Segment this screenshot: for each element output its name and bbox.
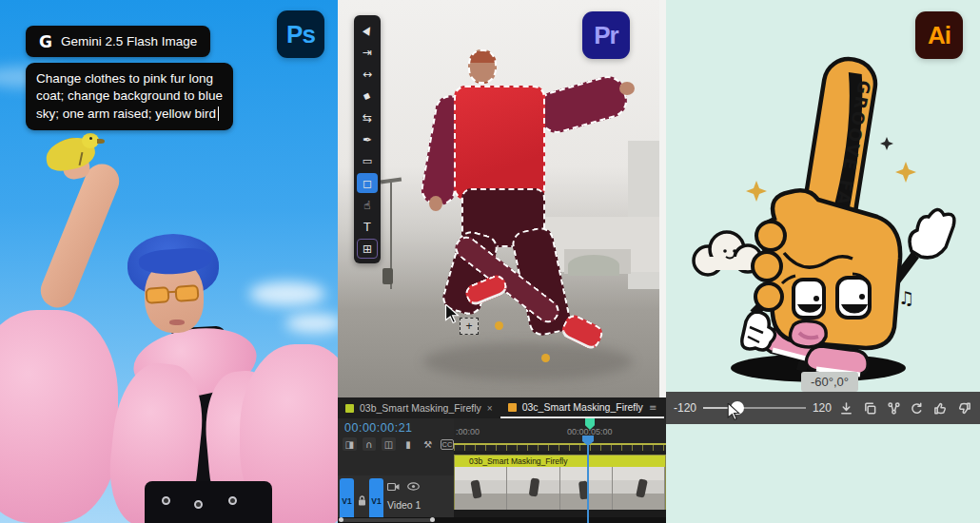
mouse-cursor-icon (444, 304, 460, 323)
close-tab-icon[interactable]: × (487, 403, 493, 414)
trees (568, 255, 619, 276)
razor-tool-icon: ◆ (362, 89, 372, 102)
ripple-edit-icon: ↔ (363, 68, 372, 81)
rectangle-tool-icon: ▭ (363, 155, 372, 167)
sunglasses-left-lens (145, 286, 169, 304)
ruler-ticks (454, 443, 666, 451)
linked-selection-icon[interactable]: ◫ (382, 437, 396, 451)
video-track-header: V1 V1 (338, 475, 454, 523)
mouse-cursor-icon (727, 403, 740, 420)
sequence-tab-03c[interactable]: 03c_Smart Masking_Firefly ≡ (500, 397, 665, 418)
cloud (285, 314, 338, 333)
sync-lock-icon[interactable] (387, 482, 400, 492)
playhead-timecode[interactable]: 00:00:00:21 (338, 418, 454, 436)
download-button[interactable] (838, 398, 855, 417)
rotation-slider-track[interactable] (703, 401, 806, 415)
timeline-header-column: 00:00:00:21 ◨ ∩ ◫ ▮ ⚒ CC V1 V1 (338, 418, 454, 517)
track-v1-source-button[interactable]: V1 (340, 478, 354, 523)
captions-badge[interactable]: CC (441, 439, 454, 450)
thumbs-up-icon (933, 401, 948, 416)
pen-tool-icon: ✒ (363, 133, 372, 146)
track-lock[interactable] (356, 478, 367, 523)
panel-menu-icon[interactable]: ≡ (649, 402, 657, 413)
premiere-timeline: 03b_Smart Masking_Firefly × 03c_Smart Ma… (338, 397, 666, 523)
scrollbar-handle[interactable] (340, 518, 433, 522)
variations-icon (887, 401, 901, 416)
rotation-tooltip: -60°,0° (801, 372, 858, 392)
composite-screenshot: G Gemini 2.5 Flash Image Change clothes … (0, 0, 980, 523)
object-selection-tool[interactable]: ◻ (357, 173, 378, 193)
bird-beak (97, 139, 105, 144)
bird-eye (89, 137, 92, 140)
undo-icon (910, 401, 924, 416)
razor-tool[interactable]: ◆ (357, 86, 378, 106)
skater-left-hand (429, 196, 442, 211)
snap-magnet-icon[interactable]: ∩ (363, 437, 377, 451)
prompt-input[interactable]: Change clothes to pink fur long coat; ch… (26, 63, 233, 130)
timeline-ruler[interactable]: :00:00 00:00:05:00 (454, 418, 666, 451)
reset-button[interactable] (909, 398, 926, 417)
selection-tool[interactable]: ▶ (357, 20, 378, 40)
gemini-model-badge: G Gemini 2.5 Flash Image (26, 26, 210, 57)
add-marker-icon[interactable]: ▮ (402, 437, 416, 451)
track-select-forward-tool[interactable]: ⇥ (357, 42, 378, 62)
thumbs-down-button[interactable] (955, 398, 972, 417)
clip-frame (613, 467, 665, 510)
sequence-color-swatch (508, 403, 517, 412)
trash-bin (382, 268, 393, 284)
object-selection-cursor-badge: + (460, 318, 479, 335)
illustrator-logo: Ai (915, 11, 963, 59)
skater-jacket-right-arm (534, 72, 631, 137)
rectangle-tool[interactable]: ▭ (357, 151, 378, 171)
thumbs-up-button[interactable] (932, 398, 950, 417)
track-meta: Video 1 (385, 478, 452, 523)
timeline-horizontal-scrollbar[interactable] (338, 517, 666, 523)
ripple-edit-tool[interactable]: ↔ (357, 64, 378, 84)
google-g-icon: G (39, 32, 52, 51)
premiere-toolbar: ▶ ⇥ ↔ ◆ ⇆ ✒ ▭ ◻ ☝ T ⊞ (354, 15, 381, 263)
character-mouth (790, 321, 826, 347)
scrollbar-end-dot[interactable] (339, 517, 343, 522)
viewport-edge (659, 0, 666, 397)
variations-button[interactable] (885, 398, 902, 417)
right-glove (910, 209, 954, 257)
black-pants (145, 481, 272, 523)
pen-tool[interactable]: ✒ (357, 129, 378, 149)
hand-tool[interactable]: ☝ (357, 195, 378, 215)
photoshop-logo: Ps (277, 10, 324, 58)
clip-name-label: 03b_Smart Masking_Firefly (455, 455, 665, 467)
scrollbar-end-dot[interactable] (430, 517, 435, 522)
lips (169, 320, 185, 325)
raised-arm (35, 159, 124, 313)
track-v1-target-button[interactable]: V1 (369, 478, 383, 523)
photoshop-panel: G Gemini 2.5 Flash Image Change clothes … (0, 0, 338, 523)
lock-icon (358, 495, 366, 506)
timeline-toolbar: ◨ ∩ ◫ ▮ ⚒ CC (338, 436, 454, 451)
rotation-slider-bar: -120 120 (666, 392, 980, 424)
slip-tool-icon: ⇆ (363, 111, 372, 125)
playhead-line[interactable] (587, 445, 589, 523)
duplicate-button[interactable] (862, 398, 879, 417)
sequence-tab-03b[interactable]: 03b_Smart Masking_Firefly × (338, 397, 500, 418)
illustrator-panel: ♪ ♫ GROOVE FAN (666, 0, 980, 523)
premiere-logo-text: Pr (594, 21, 617, 50)
download-icon (839, 401, 853, 416)
duplicate-icon (863, 401, 877, 416)
hand-tool-icon: ☝ (363, 199, 370, 212)
object-selection-tool-icon: ◻ (363, 177, 372, 190)
slip-tool[interactable]: ⇆ (357, 107, 378, 127)
transform-tool-icon: ⊞ (363, 242, 372, 256)
foam-finger-fist (753, 190, 900, 348)
illustrator-logo-text: Ai (928, 21, 951, 50)
timeline-clip[interactable]: 03b_Smart Masking_Firefly (454, 455, 666, 510)
transform-tool[interactable]: ⊞ (357, 239, 378, 259)
foam-finger-character: ♪ ♫ GROOVE FAN (666, 49, 980, 392)
clip-frame (507, 467, 559, 510)
grommet (228, 496, 237, 505)
type-tool-icon: T (363, 221, 370, 234)
grommet (194, 500, 203, 509)
track-visibility-eye-icon[interactable] (407, 482, 420, 491)
type-tool[interactable]: T (357, 217, 378, 237)
timeline-settings-wrench-icon[interactable]: ⚒ (421, 437, 435, 451)
nest-toggle-icon[interactable]: ◨ (343, 437, 357, 451)
